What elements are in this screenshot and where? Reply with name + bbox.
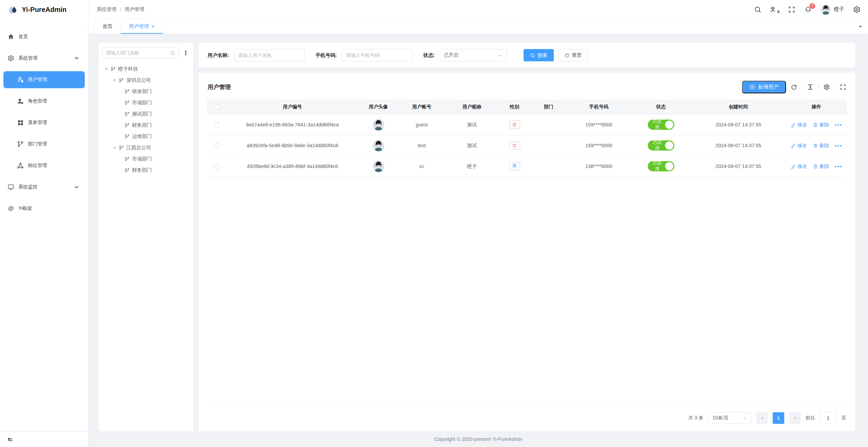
- more-actions-icon[interactable]: •••: [835, 164, 842, 169]
- table-row: 9a57a4e8-e196-663a-7841-3a14dd60f4ca gue…: [207, 114, 847, 135]
- sidebar-item-menus[interactable]: 菜单管理: [3, 114, 85, 131]
- tab-users[interactable]: 用户管理 ×: [121, 19, 163, 34]
- collapse-sidebar-icon[interactable]: [7, 436, 14, 443]
- sidebar-item-departments[interactable]: 部门管理: [3, 136, 85, 153]
- add-user-button[interactable]: 新增用户: [742, 81, 786, 93]
- chevron-up-icon: [73, 55, 80, 62]
- search-icon[interactable]: [754, 6, 761, 13]
- edit-button-label: 修改: [798, 122, 807, 128]
- table-fullscreen-icon[interactable]: [840, 84, 846, 90]
- tree-node[interactable]: 财务部门: [102, 120, 190, 131]
- sidebar-item-posts[interactable]: 岗位管理: [3, 157, 85, 174]
- delete-button[interactable]: 删除: [813, 142, 830, 149]
- pencil-icon: [791, 143, 796, 148]
- app-logo-droplet-icon: [7, 4, 18, 15]
- user-menu[interactable]: 橙子: [821, 4, 844, 15]
- status-toggle[interactable]: 已启用: [648, 140, 674, 151]
- tab-home[interactable]: 首页: [94, 19, 121, 34]
- more-actions-icon[interactable]: •••: [835, 143, 842, 149]
- search-icon: [530, 53, 535, 58]
- tree-more-icon[interactable]: ⋮: [181, 49, 190, 57]
- delete-button[interactable]: 删除: [813, 122, 830, 128]
- tab-label: 用户管理: [129, 23, 149, 30]
- main-area: 系统管理 / 用户管理 文A 7 橙子 首页: [89, 0, 868, 447]
- status-toggle-label: 已启用: [651, 161, 664, 171]
- edit-button[interactable]: 修改: [791, 163, 807, 170]
- status-toggle[interactable]: 已启用: [648, 120, 674, 130]
- account-cell: cc: [398, 164, 446, 169]
- tree-node-label: 深圳总公司: [126, 77, 151, 83]
- search-button[interactable]: 搜索: [524, 49, 554, 61]
- username-filter-label: 用户名称:: [208, 52, 229, 59]
- column-header: 创建时间: [691, 104, 786, 110]
- edit-button[interactable]: 修改: [791, 122, 807, 128]
- fullscreen-icon[interactable]: [788, 6, 795, 13]
- tree-node-label: 橙子科技: [118, 66, 138, 72]
- current-page-button[interactable]: 1: [773, 412, 784, 424]
- row-checkbox[interactable]: [214, 164, 219, 169]
- sidebar-item-system[interactable]: 系统管理: [3, 50, 85, 67]
- goto-page-input[interactable]: [820, 412, 837, 424]
- caret-down-icon[interactable]: [105, 68, 108, 70]
- phone-cell: 159****0000: [566, 143, 631, 148]
- prev-page-button[interactable]: [756, 412, 768, 424]
- settings-gear-icon[interactable]: [853, 6, 861, 13]
- row-checkbox[interactable]: [214, 143, 219, 148]
- tree-node-label: 市场部门: [132, 99, 152, 106]
- tree-node[interactable]: 江西总公司: [102, 142, 190, 153]
- column-header: 性别: [498, 104, 531, 110]
- sidebar-item-monitor[interactable]: 系统监控: [3, 179, 85, 196]
- add-user-button-label: 新增用户: [758, 84, 778, 90]
- status-toggle[interactable]: 已启用: [648, 161, 674, 171]
- status-select[interactable]: 已开启: [440, 49, 507, 61]
- department-search-input[interactable]: [106, 50, 168, 56]
- tree-node[interactable]: 市场部门: [102, 97, 190, 108]
- tabs-menu-chevron-icon[interactable]: [852, 19, 868, 34]
- phone-filter-input[interactable]: [342, 49, 413, 61]
- sidebar-item-yi-framework[interactable]: @ Yi框架: [3, 200, 85, 217]
- column-settings-gear-icon[interactable]: [823, 84, 830, 90]
- caret-down-icon[interactable]: [113, 147, 116, 149]
- tree-node[interactable]: 财务部门: [102, 165, 190, 176]
- reset-button[interactable]: 重置: [559, 49, 588, 61]
- branch-icon: [125, 168, 130, 173]
- page-size-select[interactable]: 10条/页: [708, 412, 752, 424]
- user-table-panel: 用户管理 新增用户: [199, 73, 855, 431]
- row-density-icon[interactable]: [807, 84, 814, 90]
- row-checkbox[interactable]: [214, 122, 219, 127]
- refresh-table-icon[interactable]: [791, 84, 797, 90]
- sidebar-item-users[interactable]: 用户管理: [3, 71, 85, 88]
- tree-node-label: 财务部门: [132, 167, 152, 173]
- table-title: 用户管理: [208, 83, 231, 91]
- sidebar-item-home[interactable]: 首页: [3, 28, 85, 45]
- search-icon: [170, 50, 175, 56]
- select-all-checkbox[interactable]: [214, 104, 219, 109]
- tree-node[interactable]: 测试部门: [102, 108, 190, 120]
- more-actions-icon[interactable]: •••: [835, 122, 842, 128]
- pagination: 共 3 条 10条/页 1 前往 页: [207, 405, 847, 431]
- tab-close-icon[interactable]: ×: [151, 24, 155, 29]
- edit-button-label: 修改: [798, 163, 807, 170]
- breadcrumb-item-current: 用户管理: [125, 6, 144, 13]
- tree-node[interactable]: 运维部门: [102, 131, 190, 142]
- translate-icon[interactable]: 文A: [770, 6, 779, 13]
- tree-node[interactable]: 市场部门: [102, 153, 190, 165]
- tree-node[interactable]: 橙子科技: [102, 63, 190, 75]
- next-page-button[interactable]: [789, 412, 801, 424]
- delete-button[interactable]: 删除: [813, 163, 830, 170]
- username-filter-input[interactable]: [234, 49, 305, 61]
- logo-row[interactable]: Yi-PureAdmin: [0, 0, 88, 19]
- edit-button[interactable]: 修改: [791, 142, 807, 149]
- delete-button-label: 删除: [820, 163, 830, 170]
- breadcrumb-item[interactable]: 系统管理: [97, 6, 116, 13]
- refresh-icon: [564, 53, 569, 58]
- notifications-bell-icon[interactable]: 7: [804, 6, 812, 13]
- caret-down-icon[interactable]: [113, 79, 116, 81]
- tree-node[interactable]: 深圳总公司: [102, 75, 190, 86]
- branch-icon: [125, 111, 130, 117]
- gender-badge: 男: [509, 162, 520, 170]
- tree-node[interactable]: 研发部门: [102, 86, 190, 97]
- status-toggle-label: 已启用: [651, 140, 664, 151]
- goto-label: 前往: [805, 415, 815, 421]
- sidebar-item-roles[interactable]: 角色管理: [3, 93, 85, 110]
